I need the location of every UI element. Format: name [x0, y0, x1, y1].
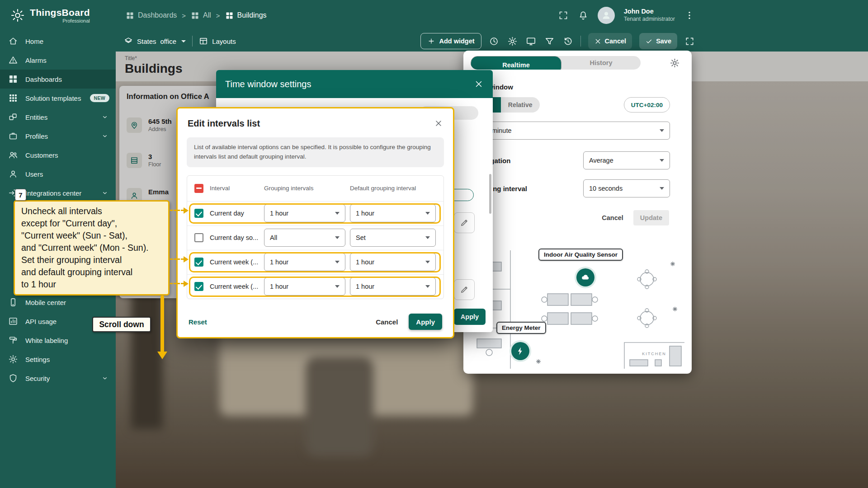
sidebar-item-integrations-center[interactable]: Integrations center — [0, 183, 116, 202]
timewindow-settings-gear-icon[interactable] — [670, 58, 680, 68]
time-window-clock-icon[interactable] — [489, 36, 499, 47]
reset-button[interactable]: Reset — [189, 318, 207, 326]
grouping-intervals-select[interactable]: 1 hour — [264, 277, 345, 296]
dashboard-settings-icon[interactable] — [507, 36, 518, 47]
timewindow-mode-tabs: Realtime History — [471, 56, 641, 70]
default-grouping-select[interactable]: Set — [350, 229, 436, 247]
chevron-down-icon — [425, 236, 430, 239]
breadcrumb-buildings[interactable]: Buildings — [225, 11, 267, 20]
info-row-address: 645 5thAddres — [127, 117, 172, 133]
default-grouping-select[interactable]: 1 hour — [350, 253, 436, 271]
sidebar-item-white-labeling[interactable]: White labeling — [0, 331, 116, 350]
sidebar-item-home[interactable]: Home — [0, 32, 116, 51]
pencil-icon — [460, 218, 469, 227]
version-history-icon[interactable] — [563, 36, 573, 47]
interval-row-current-day-so-far: Current day so... All Set — [187, 225, 443, 250]
users-icon — [8, 169, 18, 179]
logo-gear-icon — [10, 8, 25, 23]
plus-icon — [427, 37, 435, 45]
air-quality-sensor-label[interactable]: Indoor Air Quality Sensor — [538, 249, 623, 261]
breadcrumb-dashboards[interactable]: Dashboards — [126, 11, 177, 20]
avatar[interactable] — [598, 7, 615, 24]
column-interval: Interval — [210, 185, 259, 192]
modal-scrollbar[interactable] — [489, 174, 491, 214]
sidebar-item-dashboards[interactable]: Dashboards — [0, 70, 116, 89]
dialog-close-icon[interactable] — [434, 119, 443, 128]
tab-history[interactable]: History — [561, 56, 641, 70]
edit-interval-button[interactable] — [454, 279, 475, 300]
timewindow-update-button[interactable]: Update — [633, 210, 669, 225]
tab-realtime[interactable]: Realtime — [471, 56, 561, 70]
sidebar-item-api-usage[interactable]: API usage — [0, 312, 116, 331]
dialog-cancel-button[interactable]: Cancel — [376, 318, 398, 326]
modal-header: Time window settings — [216, 70, 493, 98]
sidebar-item-security[interactable]: Security — [0, 369, 116, 388]
last-interval-select[interactable]: minute — [471, 122, 670, 140]
grouping-interval-select[interactable]: 10 seconds — [583, 179, 670, 197]
timezone-button[interactable]: UTC+02:00 — [624, 97, 670, 113]
interval-checkbox[interactable] — [194, 233, 203, 242]
dashboards-icon — [8, 74, 18, 84]
sidebar-item-users[interactable]: Users — [0, 164, 116, 183]
dashboards-icon — [126, 11, 134, 20]
edit-interval-button[interactable] — [454, 212, 475, 233]
chevron-down-icon — [100, 131, 109, 141]
toolbar-icon-group — [489, 36, 573, 47]
interval-checkbox[interactable] — [194, 209, 203, 218]
grouping-intervals-select[interactable]: 1 hour — [264, 253, 345, 271]
kebab-menu-icon[interactable] — [684, 10, 695, 21]
dashboards-icon — [191, 11, 199, 20]
grouping-intervals-select[interactable]: 1 hour — [264, 204, 345, 222]
brand-logo[interactable]: ThingsBoard Professional — [10, 7, 110, 23]
timewindow-cancel-button[interactable]: Cancel — [602, 214, 623, 221]
sidebar-item-profiles[interactable]: Profiles — [0, 127, 116, 145]
default-grouping-select[interactable]: 1 hour — [350, 277, 436, 296]
display-settings-icon[interactable] — [526, 36, 536, 47]
sidebar-item-mobile-center[interactable]: Mobile center — [0, 293, 116, 312]
chevron-down-icon — [181, 40, 186, 42]
interval-checkbox[interactable] — [194, 258, 203, 267]
select-all-checkbox[interactable] — [194, 184, 203, 193]
sidebar-item-customers[interactable]: Customers — [0, 145, 116, 164]
states-selector[interactable]: States office — [124, 37, 186, 46]
toolbar-fullscreen-icon[interactable] — [684, 36, 695, 47]
filter-icon[interactable] — [544, 36, 555, 47]
default-grouping-select[interactable]: 1 hour — [350, 204, 436, 222]
modal-close-icon[interactable] — [474, 79, 484, 89]
sidebar-item-settings[interactable]: Settings — [0, 350, 116, 369]
energy-meter-marker[interactable] — [509, 340, 531, 362]
aggregation-select[interactable]: Average — [583, 151, 670, 169]
add-widget-button[interactable]: Add widget — [420, 33, 481, 49]
app-root: ThingsBoard Professional Dashboards > Al… — [0, 0, 868, 488]
sidebar-item-solution-templates[interactable]: Solution templates NEW — [0, 89, 116, 108]
notifications-bell-icon[interactable] — [578, 10, 589, 21]
chevron-down-icon — [100, 374, 109, 383]
user-info[interactable]: John Doe Tenant administrator — [624, 8, 675, 23]
toggle-relative[interactable]: Relative — [501, 97, 540, 113]
time-window-panel: Realtime History Time window Last Relati… — [463, 51, 692, 374]
layouts-button[interactable]: Layouts — [199, 37, 236, 46]
grouping-intervals-select[interactable]: All — [264, 229, 345, 247]
dashboard-toolbar: States office Layouts Add widget — [116, 31, 868, 52]
close-icon — [594, 38, 602, 45]
header-actions: John Doe Tenant administrator — [558, 7, 695, 24]
save-dashboard-button[interactable]: Save — [639, 33, 677, 49]
air-quality-sensor-marker[interactable] — [575, 267, 596, 288]
toolbar-actions: Add widget Cancel Save — [420, 33, 695, 49]
sidebar-item-alarms[interactable]: Alarms — [0, 51, 116, 70]
energy-meter-label[interactable]: Energy Meter — [496, 322, 546, 334]
security-shield-icon — [8, 373, 18, 383]
check-icon — [645, 38, 653, 45]
chevron-down-icon — [425, 261, 430, 263]
modal-apply-button[interactable]: Apply — [454, 309, 486, 325]
interval-checkbox[interactable] — [194, 282, 203, 291]
breadcrumb-all[interactable]: All — [191, 11, 211, 20]
sidebar-item-entities[interactable]: Entities — [0, 108, 116, 127]
fullscreen-icon[interactable] — [558, 10, 569, 21]
chevron-down-icon — [660, 159, 664, 162]
dialog-apply-button[interactable]: Apply — [409, 314, 442, 330]
phone-icon — [127, 223, 142, 239]
cancel-edit-button[interactable]: Cancel — [588, 33, 632, 49]
profiles-icon — [8, 131, 18, 141]
chevron-down-icon — [425, 285, 430, 288]
